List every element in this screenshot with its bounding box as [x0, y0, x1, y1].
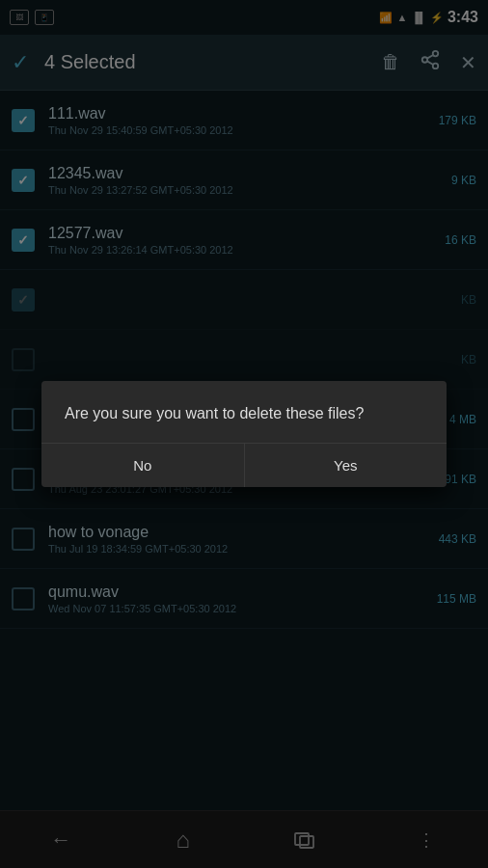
delete-confirmation-dialog: Are you sure you want to delete these fi…: [41, 381, 447, 487]
dialog-buttons: No Yes: [41, 443, 447, 487]
dialog-no-button[interactable]: No: [41, 444, 245, 487]
dialog-message: Are you sure you want to delete these fi…: [41, 381, 447, 443]
dialog-overlay: Are you sure you want to delete these fi…: [0, 0, 488, 868]
dialog-yes-button[interactable]: Yes: [245, 444, 447, 487]
